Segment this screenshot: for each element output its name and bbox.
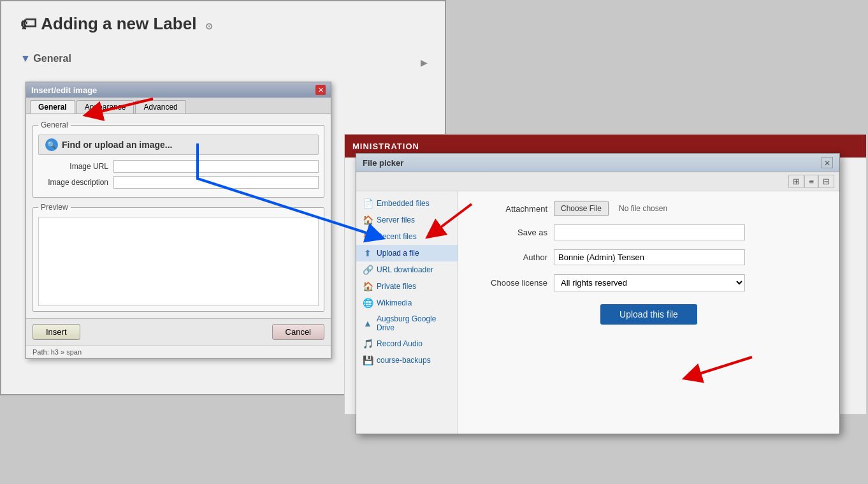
choose-file-button[interactable]: Choose File (554, 202, 609, 216)
upload-file-icon: ⬆ (363, 248, 373, 258)
sidebar-item-recent[interactable]: 🏠 Recent files (356, 228, 458, 245)
dialog-titlebar: Insert/edit image ✕ (26, 82, 331, 98)
sidebar-item-url[interactable]: 🔗 URL downloader (356, 261, 458, 278)
image-desc-label: Image description (38, 178, 108, 187)
wikimedia-icon: 🌐 (363, 298, 373, 308)
image-url-row: Image URL (38, 160, 319, 173)
no-file-text: No file chosen (619, 204, 667, 213)
tab-general[interactable]: General (30, 100, 75, 114)
find-upload-label: Find or upload an image... (62, 140, 172, 150)
sidebar-item-upload[interactable]: ⬆ Upload a file (356, 245, 458, 261)
image-desc-input[interactable] (113, 176, 319, 189)
file-picker-dialog: File picker ✕ ⊞ ≡ ⊟ 📄 Embedded files 🏠 S… (356, 153, 840, 434)
sidebar-item-private-label: Private files (377, 282, 416, 291)
page-title: 🏷 Adding a new Label ⊙ (20, 14, 426, 34)
cancel-button[interactable]: Cancel (272, 324, 324, 340)
file-picker-titlebar: File picker ✕ (356, 154, 839, 172)
insert-button[interactable]: Insert (33, 324, 80, 340)
embedded-files-icon: 📄 (363, 198, 373, 209)
recent-files-icon: 🏠 (363, 231, 373, 242)
url-downloader-icon: 🔗 (363, 265, 373, 275)
search-icon: 🔍 (45, 138, 58, 151)
file-picker-close-button[interactable]: ✕ (821, 157, 833, 168)
sidebar-item-google-label: Augsburg Google Drive (377, 314, 451, 332)
image-url-input[interactable] (113, 160, 319, 173)
tab-advanced[interactable]: Advanced (135, 100, 185, 114)
author-row: Author (471, 249, 827, 265)
admin-bar-text: MINISTRATION (352, 142, 419, 151)
sidebar-item-recent-label: Recent files (377, 232, 417, 241)
sidebar-item-audio-label: Record Audio (377, 339, 423, 348)
server-files-icon: 🏠 (363, 215, 373, 225)
insert-edit-image-dialog: Insert/edit image ✕ General Appearance A… (25, 82, 331, 359)
preview-fieldset: Preview (33, 203, 324, 312)
sidebar-item-embedded[interactable]: 📄 Embedded files (356, 195, 458, 212)
author-input[interactable] (554, 249, 745, 265)
find-upload-button[interactable]: 🔍 Find or upload an image... (38, 135, 319, 155)
dialog-title: Insert/edit image (31, 85, 97, 95)
view-list-button[interactable]: ≡ (804, 175, 818, 188)
sidebar-item-upload-label: Upload a file (377, 249, 419, 258)
license-row: Choose license All rights reserved (471, 274, 827, 291)
preview-legend: Preview (38, 203, 71, 212)
sidebar-item-embedded-label: Embedded files (377, 199, 430, 208)
save-as-input[interactable] (554, 224, 745, 240)
sidebar-item-private[interactable]: 🏠 Private files (356, 278, 458, 295)
page-header: 🏷 Adding a new Label ⊙ (1, 1, 445, 47)
dialog-footer: Insert Cancel (26, 318, 331, 345)
view-grid-button[interactable]: ⊞ (788, 175, 804, 188)
file-picker-body: 📄 Embedded files 🏠 Server files 🏠 Recent… (356, 191, 839, 434)
license-select[interactable]: All rights reserved (554, 274, 745, 291)
attachment-label: Attachment (471, 204, 547, 214)
image-url-label: Image URL (38, 162, 108, 171)
record-audio-icon: 🎵 (363, 339, 373, 349)
file-picker-toolbar: ⊞ ≡ ⊟ (356, 172, 839, 191)
path-bar: Path: h3 » span (26, 345, 331, 358)
file-picker-main: Attachment Choose File No file chosen Sa… (458, 191, 839, 434)
general-legend: General (38, 121, 71, 129)
save-as-row: Save as (471, 224, 827, 240)
attachment-row: Attachment Choose File No file chosen (471, 202, 827, 216)
help-icon: ⊙ (205, 21, 213, 31)
private-files-icon: 🏠 (363, 281, 373, 291)
general-fieldset: General 🔍 Find or upload an image... Ima… (33, 121, 324, 198)
sidebar-item-wiki-label: Wikimedia (377, 298, 412, 307)
author-label: Author (471, 253, 547, 262)
course-backups-icon: 💾 (363, 355, 373, 365)
file-picker-title: File picker (363, 158, 403, 168)
dialog-tabs: General Appearance Advanced (26, 98, 331, 114)
upload-this-file-button[interactable]: Upload this file (600, 304, 697, 325)
file-picker-sidebar: 📄 Embedded files 🏠 Server files 🏠 Recent… (356, 191, 458, 434)
preview-box (38, 217, 319, 306)
general-section-label: ▼ General (1, 47, 445, 71)
google-drive-icon: ▲ (363, 318, 373, 328)
dialog-body: General 🔍 Find or upload an image... Ima… (26, 114, 331, 318)
sidebar-item-backup-label: course-backups (377, 356, 431, 365)
sidebar-item-server[interactable]: 🏠 Server files (356, 212, 458, 228)
tab-appearance[interactable]: Appearance (76, 100, 134, 114)
sidebar-item-audio[interactable]: 🎵 Record Audio (356, 335, 458, 352)
sidebar-item-server-label: Server files (377, 216, 415, 224)
title-icon: 🏷 (20, 14, 37, 33)
sidebar-item-url-label: URL downloader (377, 265, 433, 274)
choose-license-label: Choose license (471, 278, 547, 288)
dialog-close-button[interactable]: ✕ (315, 85, 326, 95)
expand-arrow: ▶ (421, 57, 428, 68)
image-desc-row: Image description (38, 176, 319, 189)
sidebar-item-google[interactable]: ▲ Augsburg Google Drive (356, 311, 458, 335)
sidebar-item-backup[interactable]: 💾 course-backups (356, 352, 458, 369)
save-as-label: Save as (471, 228, 547, 237)
view-detail-button[interactable]: ⊟ (818, 175, 834, 188)
sidebar-item-wiki[interactable]: 🌐 Wikimedia (356, 295, 458, 311)
